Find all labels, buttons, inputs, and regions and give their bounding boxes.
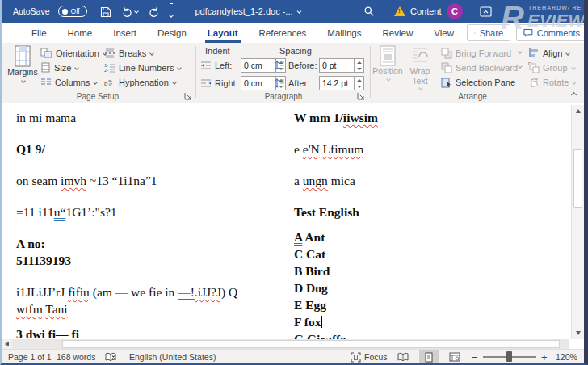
doc-line[interactable]: 3 dwi fi— fi: [16, 325, 287, 339]
content-warning[interactable]: Content: [394, 0, 442, 23]
page-indicator[interactable]: Page 1 of 1: [8, 350, 52, 364]
spacing-before-stepper[interactable]: [355, 58, 364, 73]
size-button[interactable]: Size: [40, 61, 78, 74]
tab-review[interactable]: Review: [372, 23, 424, 43]
doc-line[interactable]: A no:: [16, 235, 287, 252]
proofing-status-button[interactable]: [105, 350, 116, 364]
line-numbers-button[interactable]: 1-2- Line Numbers: [104, 61, 181, 74]
doc-line[interactable]: e e'N Lfimum: [294, 141, 565, 157]
align-button[interactable]: Align: [528, 46, 569, 60]
doc-line[interactable]: D Dog: [294, 279, 565, 296]
doc-text-run[interactable]: e'N: [303, 142, 320, 156]
doc-line[interactable]: E Egg: [294, 296, 565, 313]
tab-design[interactable]: Design: [147, 23, 197, 43]
redo-button[interactable]: [149, 4, 159, 19]
tab-references[interactable]: References: [249, 23, 317, 43]
undo-button[interactable]: [122, 6, 138, 17]
doc-line[interactable]: W mm 1/iiwsim: [294, 109, 565, 126]
doc-text-run[interactable]: A no:: [16, 237, 45, 250]
doc-line[interactable]: Q1 9/: [16, 141, 287, 157]
doc-line[interactable]: F fox: [294, 313, 565, 330]
doc-text-run[interactable]: imvh: [61, 174, 86, 187]
scroll-up-button[interactable]: [572, 105, 585, 117]
doc-text-run[interactable]: Q1 9/: [16, 142, 45, 156]
doc-line[interactable]: on seam imvh ~13 “1i1na”1: [16, 172, 287, 189]
doc-text-run[interactable]: on seam: [16, 174, 61, 187]
doc-text-run[interactable]: .iJJ?J: [195, 285, 221, 299]
focus-mode-button[interactable]: Focus: [351, 350, 388, 364]
doc-line[interactable]: C Cat: [294, 245, 565, 262]
doc-text-run[interactable]: 3 dwi fi— fi: [16, 327, 79, 339]
title-dropdown-icon[interactable]: [297, 9, 302, 14]
account-button[interactable]: C: [447, 0, 463, 23]
doc-line[interactable]: a ungn mica: [294, 172, 565, 189]
doc-text-run[interactable]: 1G1’:"s?1: [65, 205, 116, 219]
orientation-button[interactable]: Orientation: [40, 46, 107, 60]
doc-text-run[interactable]: iiwsim: [343, 111, 378, 124]
doc-text-run[interactable]: Lfimum: [323, 142, 364, 156]
doc-line[interactable]: G Giraffe: [294, 330, 565, 339]
doc-text-run[interactable]: A: [294, 230, 302, 244]
zoom-out-button[interactable]: −: [472, 350, 478, 364]
doc-text-run[interactable]: (am — we fie in: [90, 285, 178, 299]
spacing-before-input[interactable]: [319, 58, 355, 73]
doc-text-run[interactable]: Ant: [302, 230, 325, 244]
tab-file[interactable]: File: [21, 23, 57, 43]
horizontal-scrollbar[interactable]: [2, 339, 569, 349]
selection-pane-button[interactable]: Selection Pane: [441, 75, 515, 89]
page-setup-dialog-launcher[interactable]: [184, 92, 192, 100]
doc-line[interactable]: A Ant: [294, 229, 565, 245]
doc-text-run[interactable]: F fox: [294, 315, 321, 329]
search-button[interactable]: [363, 0, 375, 23]
paragraph-dialog-launcher[interactable]: [357, 92, 365, 100]
zoom-in-button[interactable]: +: [541, 350, 548, 364]
doc-text-run[interactable]: ~13 “1i1na”1: [86, 174, 158, 187]
doc-text-run[interactable]: fifiu: [68, 285, 90, 299]
doc-text-run[interactable]: —!: [178, 285, 195, 299]
doc-text-run[interactable]: W mm 1/: [294, 111, 343, 124]
doc-text-run[interactable]: D Dog: [294, 281, 328, 295]
scroll-down-button[interactable]: [572, 327, 585, 339]
comments-button[interactable]: Comments: [516, 24, 587, 41]
doc-text-run[interactable]: in mi mama: [16, 111, 76, 124]
collapse-ribbon-button[interactable]: [572, 89, 576, 99]
tab-mailings[interactable]: Mailings: [317, 23, 372, 43]
word-count[interactable]: 168 words: [57, 350, 95, 364]
doc-text-run[interactable]: e: [294, 142, 303, 156]
doc-text-run[interactable]: a: [294, 174, 303, 187]
document-canvas[interactable]: in mi mamaQ1 9/on seam imvh ~13 “1i1na”1…: [2, 103, 569, 339]
doc-line[interactable]: wtfm Tani: [16, 300, 287, 317]
autosave-toggle[interactable]: Off: [58, 6, 87, 17]
margins-button[interactable]: Margins: [6, 45, 39, 82]
web-layout-button[interactable]: [445, 350, 464, 364]
doc-text-run[interactable]: Test English: [294, 205, 359, 219]
language-indicator[interactable]: English (United States): [129, 350, 216, 364]
doc-text-run[interactable]: mica: [328, 174, 355, 187]
zoom-slider[interactable]: [483, 350, 536, 364]
zoom-slider-thumb[interactable]: [506, 351, 512, 362]
tab-insert[interactable]: Insert: [103, 23, 147, 43]
vertical-scrollbar[interactable]: [571, 105, 584, 339]
breaks-button[interactable]: Breaks: [104, 46, 153, 60]
doc-line[interactable]: 511139193: [16, 252, 287, 269]
document-title-area[interactable]: pdfcandytest_1-2.doc -...: [195, 0, 300, 23]
horizontal-scroll-thumb[interactable]: [62, 340, 560, 348]
doc-text-run[interactable]: ungn: [303, 174, 328, 187]
read-mode-button[interactable]: [393, 350, 413, 364]
spacing-after-input[interactable]: [319, 76, 355, 90]
columns-button[interactable]: Columns: [40, 75, 97, 89]
doc-text-run[interactable]: 511139193: [16, 254, 71, 267]
tab-view[interactable]: View: [423, 23, 464, 43]
doc-text-run[interactable]: ) Q: [221, 285, 237, 299]
share-button[interactable]: Share: [467, 24, 510, 41]
indent-right-input[interactable]: [241, 76, 276, 90]
indent-left-input[interactable]: [241, 58, 276, 73]
qat-customize-button[interactable]: [170, 3, 173, 20]
scroll-left-button[interactable]: [2, 339, 12, 349]
doc-text-run[interactable]: u“: [54, 205, 66, 219]
doc-line[interactable]: Test English: [294, 203, 565, 220]
doc-line[interactable]: i1JLiJJ’rJ fifiu (am — we fie in —!.iJJ?…: [16, 283, 287, 300]
doc-text-run[interactable]: G Giraffe: [294, 332, 346, 339]
doc-text-run[interactable]: B Bird: [294, 264, 330, 278]
hyphenation-button[interactable]: ba-c Hyphenation: [104, 75, 176, 89]
